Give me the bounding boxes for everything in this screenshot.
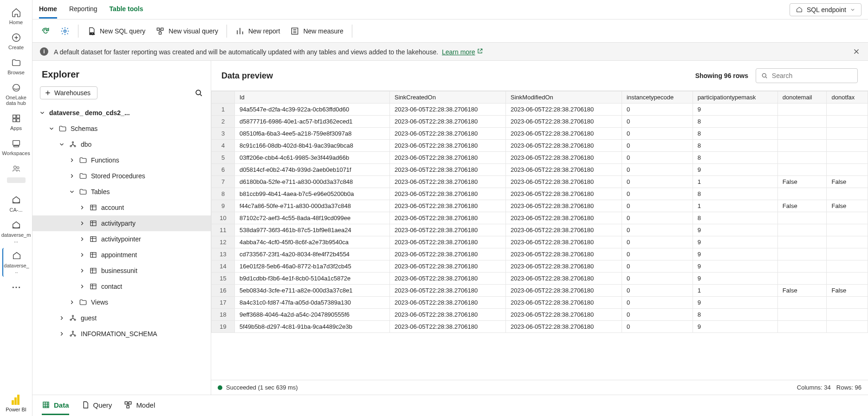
- cell[interactable]: 5eb0834d-3cfe-e711-a82e-000d3a37c8e1: [235, 285, 390, 297]
- cell[interactable]: [827, 236, 868, 248]
- new-visual-query-button[interactable]: New visual query: [154, 25, 220, 38]
- learn-more-link[interactable]: Learn more: [442, 48, 475, 56]
- table-row[interactable]: 178a4c31c0-fd87-47fa-a05d-0da57389a13020…: [212, 297, 868, 309]
- table-row[interactable]: 194a5547e-d2fa-4c39-922a-0cb63ffd0d60202…: [212, 104, 868, 116]
- cell[interactable]: 2023-06-05T22:28:38.2706180: [506, 248, 622, 260]
- bottom-tab-data[interactable]: Data: [42, 396, 69, 415]
- column-header[interactable]: SinkModifiedOn: [506, 91, 622, 104]
- cell[interactable]: 0: [622, 260, 693, 273]
- cell[interactable]: 0: [622, 164, 693, 176]
- cell[interactable]: 2023-06-05T22:28:38.2706180: [389, 116, 505, 128]
- cell[interactable]: 2023-06-05T22:28:38.2706180: [389, 236, 505, 248]
- cell[interactable]: 2023-06-05T22:28:38.2706180: [389, 309, 505, 321]
- cell[interactable]: 10: [212, 212, 235, 224]
- cell[interactable]: 2023-06-05T22:28:38.2706180: [389, 248, 505, 260]
- cell[interactable]: 2023-06-05T22:28:38.2706180: [506, 152, 622, 164]
- cell[interactable]: 17: [212, 297, 235, 309]
- cell[interactable]: 8: [693, 128, 777, 140]
- cell[interactable]: 0: [622, 273, 693, 285]
- add-warehouses-button[interactable]: Warehouses: [40, 86, 97, 99]
- cell[interactable]: 19: [212, 321, 235, 333]
- cell[interactable]: 0: [622, 309, 693, 321]
- cell[interactable]: 2023-06-05T22:28:38.2706180: [389, 273, 505, 285]
- nav-apps[interactable]: Apps: [2, 110, 30, 134]
- column-header[interactable]: donotfax: [827, 91, 868, 104]
- nav-dataverse-m[interactable]: dataverse_m ...: [2, 217, 30, 246]
- tree-information-schema[interactable]: INFORMATION_SCHEMA: [32, 326, 211, 342]
- nav-home[interactable]: Home: [2, 5, 30, 28]
- cell[interactable]: 8: [693, 309, 777, 321]
- cell[interactable]: 0: [622, 188, 693, 200]
- cell[interactable]: [827, 297, 868, 309]
- table-row[interactable]: 11538da977-36f3-461b-87c5-1bf9e81aea2420…: [212, 224, 868, 236]
- sql-endpoint-dropdown[interactable]: SQL endpoint: [790, 3, 862, 16]
- cell[interactable]: 0: [622, 236, 693, 248]
- cell[interactable]: 9: [693, 260, 777, 273]
- table-row[interactable]: 13cd733567-23f1-4a20-8034-8fe4f72b455420…: [212, 248, 868, 260]
- cell[interactable]: 2023-06-05T22:28:38.2706180: [389, 321, 505, 333]
- cell[interactable]: 2023-06-05T22:28:38.2706180: [506, 309, 622, 321]
- cell[interactable]: 2023-06-05T22:28:38.2706180: [506, 176, 622, 188]
- cell[interactable]: 8: [693, 140, 777, 152]
- new-report-button[interactable]: New report: [233, 25, 282, 38]
- cell[interactable]: 11: [212, 224, 235, 236]
- cell[interactable]: 1: [693, 200, 777, 212]
- cell[interactable]: [777, 212, 827, 224]
- cell[interactable]: 0: [622, 116, 693, 128]
- table-row[interactable]: 2d5877716-6986-40e1-ac57-bf1d362eced1202…: [212, 116, 868, 128]
- column-header[interactable]: Id: [235, 91, 390, 104]
- cell[interactable]: f44c7a86-50fe-e711-a830-000d3a37c848: [235, 200, 390, 212]
- bottom-tab-model[interactable]: Model: [124, 396, 155, 415]
- table-row[interactable]: 7d6180b0a-52fe-e711-a830-000d3a37c848202…: [212, 176, 868, 188]
- cell[interactable]: 1: [693, 176, 777, 188]
- tree-table-activitypointer[interactable]: activitypointer: [32, 231, 211, 247]
- tree-schemas[interactable]: Schemas: [32, 121, 211, 136]
- table-row[interactable]: 15b9d1cdbb-f3b6-4e1f-8cb0-5104a1c5872e20…: [212, 273, 868, 285]
- cell[interactable]: [777, 236, 827, 248]
- cell[interactable]: 16: [212, 285, 235, 297]
- cell[interactable]: [777, 260, 827, 273]
- cell[interactable]: 2023-06-05T22:28:38.2706180: [506, 212, 622, 224]
- cell[interactable]: d5877716-6986-40e1-ac57-bf1d362eced1: [235, 116, 390, 128]
- cell[interactable]: 2023-06-05T22:28:38.2706180: [389, 152, 505, 164]
- cell[interactable]: 9: [693, 164, 777, 176]
- cell[interactable]: 2023-06-05T22:28:38.2706180: [389, 285, 505, 297]
- cell[interactable]: 2023-06-05T22:28:38.2706180: [389, 212, 505, 224]
- cell[interactable]: [827, 309, 868, 321]
- cell[interactable]: [827, 104, 868, 116]
- column-header[interactable]: participationtypemask: [693, 91, 777, 104]
- column-header[interactable]: SinkCreatedOn: [389, 91, 505, 104]
- cell[interactable]: [827, 152, 868, 164]
- settings-button[interactable]: [58, 25, 71, 38]
- cell[interactable]: 9: [693, 236, 777, 248]
- table-row[interactable]: 165eb0834d-3cfe-e711-a82e-000d3a37c8e120…: [212, 285, 868, 297]
- nav-ca[interactable]: CA-...: [2, 192, 30, 215]
- cell[interactable]: [777, 104, 827, 116]
- cell[interactable]: 2023-06-05T22:28:38.2706180: [506, 285, 622, 297]
- cell[interactable]: [777, 152, 827, 164]
- nav-onelake[interactable]: OneLake data hub: [2, 80, 30, 109]
- grid-scroll[interactable]: IdSinkCreatedOnSinkModifiedOninstancetyp…: [211, 91, 868, 380]
- close-banner-button[interactable]: [852, 47, 861, 56]
- cell[interactable]: 0: [622, 285, 693, 297]
- cell[interactable]: [827, 128, 868, 140]
- cell[interactable]: 7: [212, 176, 235, 188]
- cell[interactable]: 2023-06-05T22:28:38.2706180: [506, 128, 622, 140]
- cell[interactable]: 9: [693, 321, 777, 333]
- cell[interactable]: 0: [622, 104, 693, 116]
- cell[interactable]: 2023-06-05T22:28:38.2706180: [506, 297, 622, 309]
- cell[interactable]: [827, 140, 868, 152]
- cell[interactable]: 2023-06-05T22:28:38.2706180: [506, 260, 622, 273]
- cell[interactable]: 2023-06-05T22:28:38.2706180: [389, 260, 505, 273]
- cell[interactable]: 2023-06-05T22:28:38.2706180: [506, 224, 622, 236]
- nav-workspaces[interactable]: Workspaces: [2, 136, 30, 159]
- tree-database[interactable]: dataverse_ demo_cds2_...: [32, 105, 211, 121]
- cell[interactable]: 9: [212, 200, 235, 212]
- cell[interactable]: 9: [693, 297, 777, 309]
- cell[interactable]: 18: [212, 309, 235, 321]
- cell[interactable]: 2023-06-05T22:28:38.2706180: [389, 224, 505, 236]
- cell[interactable]: 4: [212, 140, 235, 152]
- cell[interactable]: 0: [622, 176, 693, 188]
- new-sql-query-button[interactable]: SQL New SQL query: [85, 25, 147, 38]
- cell[interactable]: 8: [693, 212, 777, 224]
